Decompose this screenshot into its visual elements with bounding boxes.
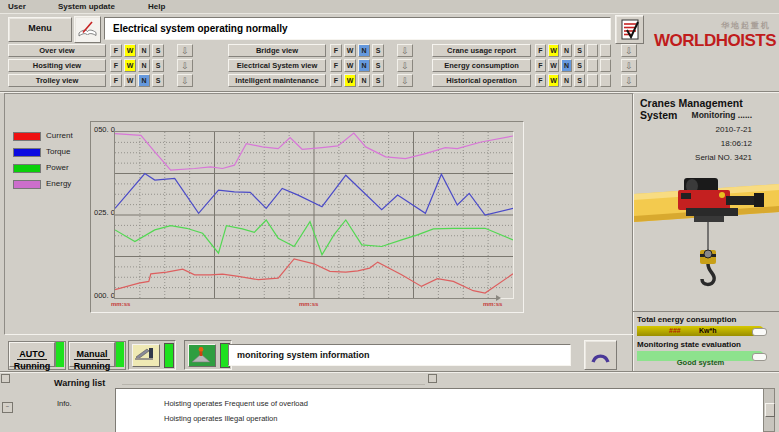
status-message-bar[interactable]: Electrical system operating normally xyxy=(104,17,611,40)
crane-hmi-screen: User System update Help Menu Electrical … xyxy=(0,0,779,432)
y-tick-mid: 025. 0 xyxy=(94,208,115,217)
scanner-status-light xyxy=(164,343,174,368)
warning-info-label: Info. xyxy=(57,399,72,408)
indicator-s: S xyxy=(152,74,164,87)
indicator-s: S xyxy=(152,59,164,72)
report-button[interactable] xyxy=(615,15,644,44)
warning-scrollbar[interactable] xyxy=(763,388,775,432)
energy-unit: Kw*h xyxy=(699,327,717,334)
indicator-n: N xyxy=(138,44,150,57)
y-tick-top: 050. 0 xyxy=(94,125,115,134)
menu-user[interactable]: User xyxy=(8,2,26,11)
indicator-w: W xyxy=(548,59,559,72)
legend-swatch xyxy=(13,164,41,173)
indicator-blank xyxy=(600,44,611,57)
menu-bar: User System update Help xyxy=(0,0,779,14)
report-checklist-icon xyxy=(619,18,641,41)
nav-button-electrical-system-view[interactable]: Electrical System view xyxy=(228,59,326,72)
legend-swatch xyxy=(13,180,41,189)
nav-button-energy-consumption[interactable]: Energy consumption xyxy=(432,59,531,72)
warning-item: Hoisting operates Frequent use of overlo… xyxy=(164,399,308,408)
scanner-button[interactable] xyxy=(132,344,160,367)
alarm-button[interactable] xyxy=(188,344,216,367)
total-energy-label: Total energy consumption xyxy=(637,315,736,324)
manual-running-button[interactable]: Manual Running xyxy=(69,342,115,367)
manual-label: Manual xyxy=(74,349,109,360)
menu-button[interactable]: Menu xyxy=(8,17,72,42)
indicator-n: N xyxy=(358,59,370,72)
indicator-s: S xyxy=(372,44,384,57)
scanner-icon xyxy=(133,345,157,364)
nav-button-over-view[interactable]: Over view xyxy=(8,44,106,57)
indicator-s: S xyxy=(152,44,164,57)
indicator-w: W xyxy=(124,74,136,87)
download-arrow-button[interactable]: ⇩ xyxy=(177,59,193,72)
indicator-f: F xyxy=(535,44,546,57)
legend-label: Torque xyxy=(46,147,70,156)
collapse-icon[interactable]: − xyxy=(2,402,13,413)
alarm-control xyxy=(184,340,232,370)
indicator-w: W xyxy=(548,44,559,57)
download-arrow-button[interactable]: ⇩ xyxy=(621,44,637,57)
menu-system-update[interactable]: System update xyxy=(58,2,115,11)
logbook-icon xyxy=(77,20,98,39)
menu-help[interactable]: Help xyxy=(148,2,165,11)
auto-running-label: Running xyxy=(10,361,54,371)
nav-button-intelligent-maintenance[interactable]: Intelligent maintenance xyxy=(228,74,326,87)
divider xyxy=(0,372,779,373)
download-arrow-button[interactable]: ⇩ xyxy=(177,74,193,87)
energy-value: ### xyxy=(669,327,681,334)
indicator-w: W xyxy=(344,74,356,87)
nav-button-crane-usage-report[interactable]: Crane usage report xyxy=(432,44,531,57)
monitoring-message-bar[interactable]: monitoring system information xyxy=(228,344,571,366)
indicator-n: N xyxy=(138,59,150,72)
plot-area xyxy=(114,131,514,299)
auto-status-light xyxy=(55,342,64,367)
download-arrow-button[interactable]: ⇩ xyxy=(177,44,193,57)
indicator-f: F xyxy=(110,59,122,72)
auto-running-control: AUTO Running xyxy=(8,341,66,370)
y-tick-bottom: 000. 0 xyxy=(94,291,115,300)
warning-list-title: Warning list xyxy=(54,378,105,388)
state-eval-label: Monitoring state evaluation xyxy=(637,340,741,349)
indicator-f: F xyxy=(330,74,342,87)
x-tick-left: mm:ss xyxy=(111,301,130,307)
nav-button-bridge-view[interactable]: Bridge view xyxy=(228,44,326,57)
indicator-blank xyxy=(587,59,598,72)
nav-button-historical-operation[interactable]: Historical operation xyxy=(432,74,531,87)
arch-icon xyxy=(588,345,613,365)
indicator-f: F xyxy=(110,74,122,87)
auto-running-button[interactable]: AUTO Running xyxy=(9,342,55,367)
divider xyxy=(122,384,425,385)
indicator-blank xyxy=(587,44,598,57)
indicator-s: S xyxy=(574,59,585,72)
download-arrow-button[interactable]: ⇩ xyxy=(397,44,413,57)
legend-swatch xyxy=(13,148,41,157)
indicator-w: W xyxy=(344,44,356,57)
logbook-button[interactable] xyxy=(74,16,101,43)
legend-label: Current xyxy=(46,131,73,140)
indicator-n: N xyxy=(561,44,572,57)
download-arrow-button[interactable]: ⇩ xyxy=(397,59,413,72)
indicator-s: S xyxy=(372,74,384,87)
serial-label: Serial NO. 3421 xyxy=(695,153,752,162)
indicator-blank xyxy=(600,74,611,87)
download-arrow-button[interactable]: ⇩ xyxy=(621,59,637,72)
indicator-s: S xyxy=(574,74,585,87)
indicator-f: F xyxy=(535,59,546,72)
indicator-w: W xyxy=(548,74,559,87)
arch-button[interactable] xyxy=(584,340,617,370)
download-arrow-button[interactable]: ⇩ xyxy=(621,74,637,87)
download-arrow-button[interactable]: ⇩ xyxy=(397,74,413,87)
nav-button-trolley-view[interactable]: Trolley view xyxy=(8,74,106,87)
indicator-n: N xyxy=(358,44,370,57)
scrollbar-thumb[interactable] xyxy=(765,403,775,417)
splitter-icon[interactable] xyxy=(428,374,437,383)
splitter-icon[interactable] xyxy=(1,374,10,383)
manual-status-light xyxy=(115,342,124,367)
nav-button-hositing-view[interactable]: Hositing view xyxy=(8,59,106,72)
indicator-w: W xyxy=(344,59,356,72)
indicator-blank xyxy=(600,59,611,72)
state-value: Good system xyxy=(677,358,725,367)
state-gauge-cap xyxy=(752,353,767,361)
